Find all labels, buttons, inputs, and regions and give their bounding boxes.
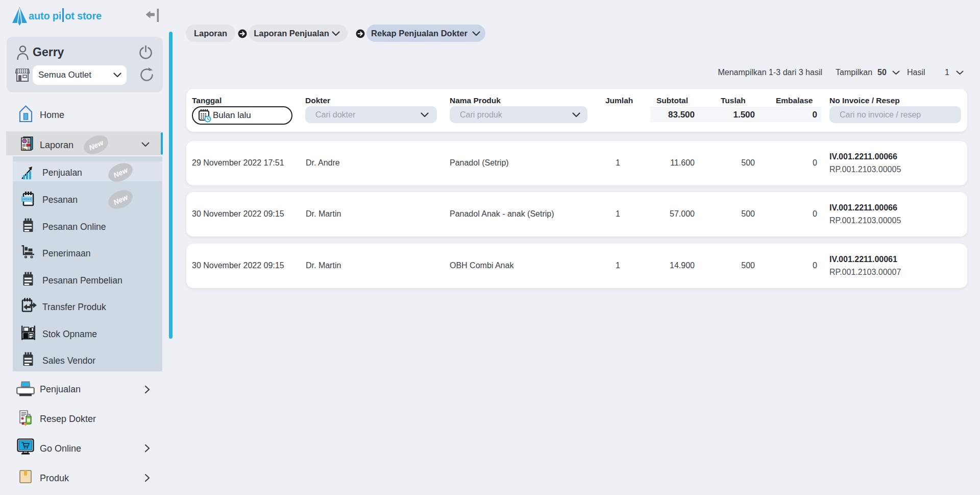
svg-text:ORDER: ORDER: [22, 198, 32, 201]
